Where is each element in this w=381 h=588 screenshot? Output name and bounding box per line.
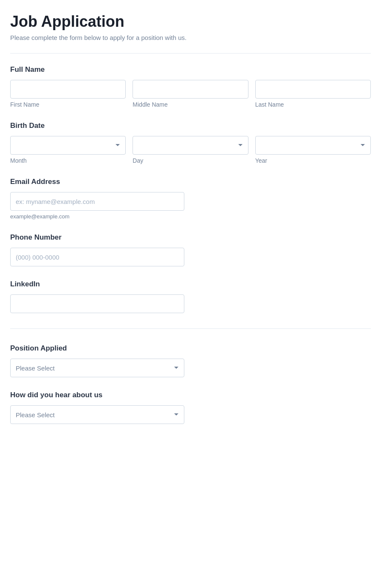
linkedin-input[interactable] [10, 294, 184, 313]
email-input[interactable] [10, 192, 184, 211]
full-name-fields: First Name Middle Name Last Name [10, 80, 371, 108]
phone-input[interactable] [10, 248, 184, 266]
how-heard-select[interactable]: Please Select Social Media Job Board Ref… [10, 405, 184, 424]
year-field-col: 20052004 20032002 20012000 19991998 1997… [255, 136, 371, 164]
day-label: Day [133, 157, 248, 164]
last-name-label: Last Name [255, 101, 371, 108]
last-name-field-col: Last Name [255, 80, 371, 108]
phone-field-wrapper [10, 248, 184, 266]
how-heard-label: How did you hear about us [10, 391, 371, 399]
birth-date-section: Birth Date January February March April … [10, 122, 371, 164]
linkedin-section: LinkedIn [10, 280, 371, 313]
how-heard-section: How did you hear about us Please Select … [10, 391, 371, 424]
full-name-label: Full Name [10, 65, 371, 74]
first-name-label: First Name [10, 101, 126, 108]
section-divider [10, 328, 371, 329]
top-divider [10, 53, 371, 54]
birth-date-fields: January February March April May June Ju… [10, 136, 371, 164]
first-name-input[interactable] [10, 80, 126, 99]
year-select[interactable]: 20052004 20032002 20012000 19991998 1997… [255, 136, 371, 155]
month-label: Month [10, 157, 126, 164]
page-subtitle: Please complete the form below to apply … [10, 34, 371, 41]
middle-name-field-col: Middle Name [133, 80, 248, 108]
first-name-field-col: First Name [10, 80, 126, 108]
position-field-wrapper: Please Select Software Engineer Product … [10, 359, 184, 377]
month-select[interactable]: January February March April May June Ju… [10, 136, 126, 155]
phone-section: Phone Number [10, 233, 371, 266]
middle-name-input[interactable] [133, 80, 248, 99]
email-field-wrapper: example@example.com [10, 192, 184, 220]
linkedin-label: LinkedIn [10, 280, 371, 288]
month-field-col: January February March April May June Ju… [10, 136, 126, 164]
email-label: Email Address [10, 178, 371, 186]
day-select[interactable]: 123 456 789 101112 131415 161718 192021 … [133, 136, 248, 155]
middle-name-label: Middle Name [133, 101, 248, 108]
linkedin-field-wrapper [10, 294, 184, 313]
birth-date-label: Birth Date [10, 122, 371, 130]
how-heard-field-wrapper: Please Select Social Media Job Board Ref… [10, 405, 184, 424]
page-title: Job Application [10, 13, 371, 31]
position-label: Position Applied [10, 344, 371, 353]
last-name-input[interactable] [255, 80, 371, 99]
position-section: Position Applied Please Select Software … [10, 344, 371, 377]
position-select[interactable]: Please Select Software Engineer Product … [10, 359, 184, 377]
day-field-col: 123 456 789 101112 131415 161718 192021 … [133, 136, 248, 164]
email-section: Email Address example@example.com [10, 178, 371, 220]
email-hint: example@example.com [10, 213, 184, 220]
full-name-section: Full Name First Name Middle Name Last Na… [10, 65, 371, 108]
year-label: Year [255, 157, 371, 164]
phone-label: Phone Number [10, 233, 371, 242]
